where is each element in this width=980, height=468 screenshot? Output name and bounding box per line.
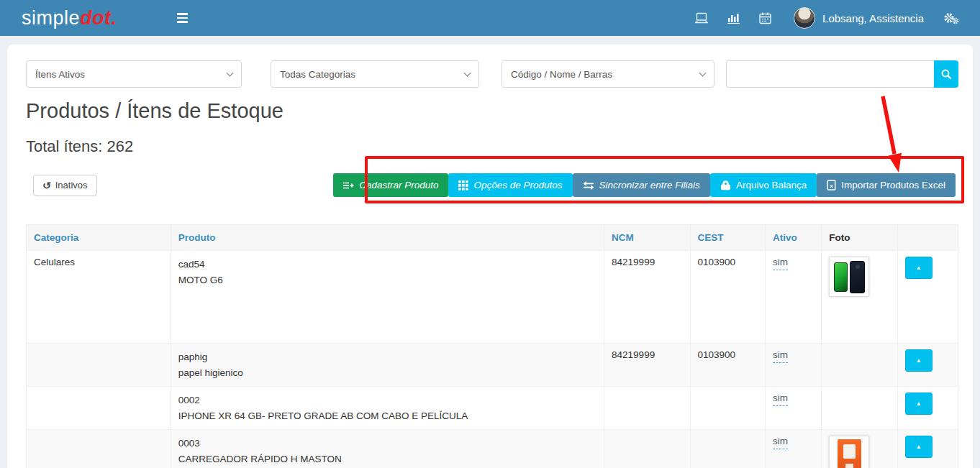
cell-produto: paphigpapel higienico bbox=[171, 344, 604, 387]
exchange-icon bbox=[583, 180, 594, 191]
gears-icon[interactable] bbox=[934, 0, 968, 36]
expand-row-button[interactable]: ▲ bbox=[905, 436, 933, 458]
table-header-row: CategoriaProdutoNCMCESTAtivoFoto bbox=[27, 225, 958, 251]
ativo-toggle-link[interactable]: sim bbox=[773, 436, 788, 449]
cell-ativo: sim bbox=[765, 430, 821, 468]
cell-categoria bbox=[27, 344, 171, 387]
search-type-select[interactable]: Código / Nome / Barras bbox=[502, 60, 714, 88]
scale-icon bbox=[720, 180, 731, 191]
column-header-ativo[interactable]: Ativo bbox=[765, 225, 821, 251]
expand-row-button[interactable]: ▲ bbox=[905, 257, 933, 279]
caret-up-icon: ▲ bbox=[916, 400, 922, 407]
user-menu[interactable]: Lobsang, Assistencia bbox=[794, 7, 924, 29]
ativo-toggle-link[interactable]: sim bbox=[773, 257, 788, 270]
column-header-cest[interactable]: CEST bbox=[690, 225, 765, 251]
table-row: paphigpapel higienico842199990103900sim▲ bbox=[27, 344, 958, 387]
category-filter-value: Todas Categorias bbox=[280, 69, 355, 80]
product-name: MOTO G6 bbox=[178, 272, 596, 288]
grid-icon bbox=[458, 180, 468, 191]
search-type-value: Código / Nome / Barras bbox=[511, 69, 612, 80]
bar-chart-icon[interactable] bbox=[718, 0, 750, 36]
expand-row-button[interactable]: ▲ bbox=[905, 349, 933, 372]
user-avatar bbox=[794, 7, 815, 29]
cell-actions: ▲ bbox=[897, 387, 958, 430]
chevron-down-icon bbox=[699, 69, 707, 76]
expand-row-button[interactable]: ▲ bbox=[905, 393, 933, 415]
cell-categoria bbox=[27, 430, 171, 468]
toolbar-button-cadastrar-produto[interactable]: Cadastrar Produto bbox=[333, 173, 448, 197]
laptop-icon[interactable] bbox=[685, 0, 718, 36]
cell-cest bbox=[690, 430, 765, 468]
cell-ativo: sim bbox=[765, 387, 821, 430]
status-filter-select[interactable]: Ítens Ativos bbox=[26, 60, 242, 88]
cell-actions: ▲ bbox=[897, 430, 958, 468]
calendar-icon[interactable] bbox=[750, 0, 781, 36]
column-header-actions bbox=[897, 225, 958, 251]
toolbar-button-label: Cadastrar Produto bbox=[359, 180, 438, 191]
content-card: Ítens Ativos Todas Categorias Código / N… bbox=[7, 45, 973, 468]
hamburger-menu-icon[interactable] bbox=[165, 0, 199, 36]
inativos-label: Inativos bbox=[55, 180, 88, 191]
cell-categoria: Celulares bbox=[27, 251, 171, 344]
column-header-produto[interactable]: Produto bbox=[171, 225, 604, 251]
column-header-categoria[interactable]: Categoria bbox=[27, 225, 171, 251]
search-button[interactable] bbox=[934, 60, 958, 88]
product-code: paphig bbox=[178, 349, 596, 365]
cell-actions: ▲ bbox=[897, 251, 958, 344]
svg-text:x: x bbox=[830, 183, 833, 189]
inativos-button[interactable]: ↺ Inativos bbox=[33, 175, 97, 196]
undo-icon: ↺ bbox=[42, 180, 51, 191]
cell-foto bbox=[822, 344, 897, 387]
logo-text-dot: dot. bbox=[80, 7, 117, 29]
column-header-ncm[interactable]: NCM bbox=[604, 225, 690, 251]
table-row: Celularescad54MOTO G6842199990103900sim▲ bbox=[27, 251, 958, 344]
app-logo[interactable]: simpledot. bbox=[0, 7, 165, 29]
table-body: Celularescad54MOTO G6842199990103900sim▲… bbox=[27, 251, 958, 468]
search-input[interactable] bbox=[726, 60, 934, 88]
toolbar-button-importar-produtos-excel[interactable]: xImportar Produtos Excel bbox=[817, 173, 956, 197]
list-plus-icon bbox=[343, 180, 354, 191]
table-row: 0003CARREGADOR RÁPIDO H MASTONsim▲ bbox=[27, 430, 958, 468]
cell-foto bbox=[822, 430, 897, 468]
cell-ncm bbox=[604, 430, 690, 468]
product-name: papel higienico bbox=[178, 365, 596, 381]
user-name: Lobsang, Assistencia bbox=[822, 12, 924, 24]
table-row: 0002IPHONE XR 64 GB- PRETO GRADE AB COM … bbox=[27, 387, 958, 430]
column-header-foto: Foto bbox=[822, 225, 897, 251]
chevron-down-icon bbox=[227, 69, 234, 76]
caret-up-icon: ▲ bbox=[916, 265, 922, 271]
cell-cest: 0103900 bbox=[690, 344, 765, 387]
category-filter-select[interactable]: Todas Categorias bbox=[271, 60, 479, 88]
product-photo[interactable] bbox=[829, 257, 869, 297]
cell-ncm: 84219999 bbox=[604, 251, 690, 344]
product-actions-button-group: Cadastrar ProdutoOpções de ProdutosSincr… bbox=[333, 173, 956, 197]
toolbar-row: ↺ Inativos Cadastrar ProdutoOpções de Pr… bbox=[26, 173, 958, 197]
toolbar-button-label: Arquivo Balança bbox=[736, 180, 807, 191]
product-name: CARREGADOR RÁPIDO H MASTON bbox=[178, 451, 596, 467]
product-photo[interactable] bbox=[829, 436, 869, 468]
cell-cest: 0103900 bbox=[690, 251, 765, 344]
toolbar-button-label: Opções de Produtos bbox=[473, 180, 562, 191]
toolbar-button-op-es-de-produtos[interactable]: Opções de Produtos bbox=[448, 173, 572, 197]
toolbar-button-arquivo-balan-a[interactable]: Arquivo Balança bbox=[710, 173, 817, 197]
navbar-right: Lobsang, Assistencia bbox=[685, 0, 980, 36]
product-code: cad54 bbox=[178, 257, 596, 272]
cell-ativo: sim bbox=[765, 344, 821, 387]
cell-produto: cad54MOTO G6 bbox=[171, 251, 604, 344]
file-excel-icon: x bbox=[827, 180, 836, 191]
product-code: 0003 bbox=[178, 436, 596, 451]
cell-foto bbox=[822, 251, 897, 344]
chevron-down-icon bbox=[464, 69, 471, 76]
toolbar-button-label: Sincronizar entre Filiais bbox=[599, 180, 700, 191]
total-items-label: Total ítens: 262 bbox=[26, 137, 958, 156]
toolbar-button-sincronizar-entre-filiais[interactable]: Sincronizar entre Filiais bbox=[573, 173, 710, 197]
search-group bbox=[726, 60, 958, 88]
top-navbar: simpledot. bbox=[0, 0, 980, 36]
product-code: 0002 bbox=[178, 393, 596, 408]
products-table: CategoriaProdutoNCMCESTAtivoFoto Celular… bbox=[26, 224, 958, 468]
product-name: IPHONE XR 64 GB- PRETO GRADE AB COM CABO… bbox=[178, 408, 596, 424]
ativo-toggle-link[interactable]: sim bbox=[773, 349, 788, 363]
charger-box-photo bbox=[838, 439, 861, 468]
caret-up-icon: ▲ bbox=[916, 444, 922, 450]
ativo-toggle-link[interactable]: sim bbox=[773, 393, 788, 406]
